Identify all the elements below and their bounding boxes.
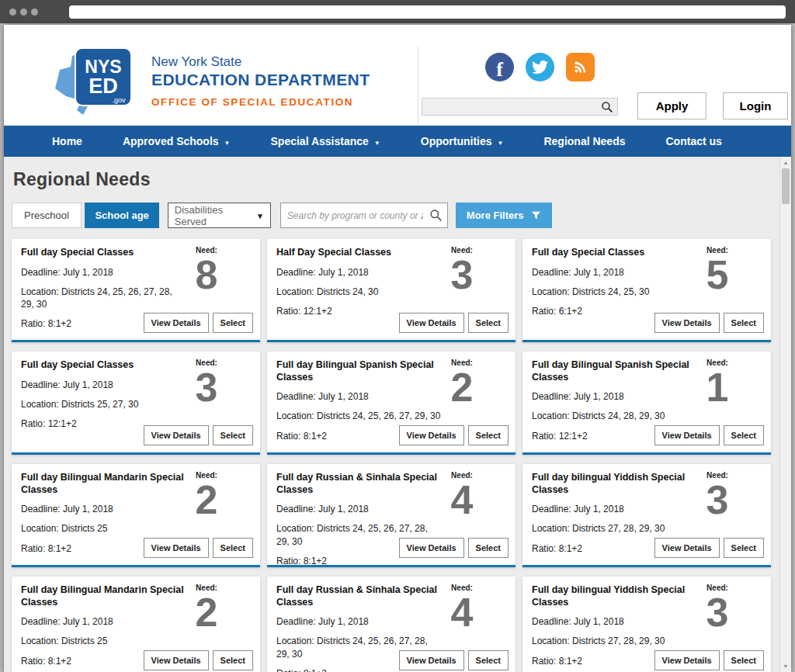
login-button[interactable]: Login (723, 92, 788, 120)
more-filters-button[interactable]: More Filters (456, 203, 552, 228)
scroll-down-arrow-icon[interactable] (780, 661, 791, 671)
view-details-button[interactable]: View Details (399, 650, 464, 670)
view-details-button[interactable]: View Details (144, 650, 209, 670)
select-button[interactable]: Select (468, 425, 509, 445)
view-details-button[interactable]: View Details (654, 538, 720, 558)
search-icon[interactable] (429, 209, 443, 222)
need-count: 3 (181, 369, 232, 407)
card-deadline: Deadline: July 1, 2018 (532, 266, 696, 279)
select-button[interactable]: Select (724, 538, 764, 558)
select-button[interactable]: Select (213, 538, 253, 558)
select-button[interactable]: Select (213, 313, 253, 333)
header-search (422, 98, 618, 116)
card-location: Location: Districts 24, 25, 26, 27, 29, … (276, 410, 441, 422)
browser-address-bar[interactable] (69, 5, 786, 19)
brand-line-1: New York State (151, 54, 370, 70)
window-control-dot[interactable] (20, 9, 27, 16)
program-search-input[interactable] (281, 210, 429, 221)
view-details-button[interactable]: View Details (144, 425, 209, 445)
card-deadline: Deadline: July 1, 2018 (21, 379, 186, 391)
need-block: Need: 3 (692, 471, 743, 519)
card-location: Location: Districts 24, 25, 30 (532, 286, 696, 298)
need-count: 1 (692, 369, 743, 407)
site-header: NYS ED .gov New York State EDUCATION DEP… (4, 25, 791, 126)
nav-item[interactable]: Contact us (646, 126, 742, 157)
chevron-down-icon (256, 210, 264, 221)
program-search (280, 203, 448, 228)
nav-item[interactable]: Home (32, 126, 102, 157)
apply-button[interactable]: Apply (637, 92, 706, 120)
need-count: 5 (692, 256, 743, 294)
need-card: Full day bilingual Yiddish Special Class… (522, 577, 771, 672)
view-details-button[interactable]: View Details (399, 425, 464, 445)
view-details-button[interactable]: View Details (654, 313, 720, 333)
nav-item-label: Opportunities (421, 135, 492, 147)
nysed-logo[interactable]: NYS ED .gov (47, 43, 148, 126)
nav-item-label: Approved Schools (123, 135, 219, 147)
scrollbar[interactable] (779, 157, 791, 672)
chevron-down-icon (374, 135, 380, 147)
scrollbar-thumb[interactable] (782, 168, 790, 204)
scroll-up-arrow-icon[interactable] (780, 158, 791, 168)
view-details-button[interactable]: View Details (654, 650, 720, 670)
age-toggle-button[interactable]: Preschool (12, 203, 82, 228)
need-block: Need: 2 (181, 471, 232, 519)
window-control-dot[interactable] (9, 9, 16, 16)
card-actions: View Details Select (399, 538, 509, 558)
need-count: 3 (692, 594, 743, 632)
brand-line-3: OFFICE OF SPECIAL EDUCATION (151, 96, 370, 108)
age-toggle-button[interactable]: School age (85, 203, 158, 228)
header-search-input[interactable] (422, 102, 601, 113)
need-card: Full day Special Classes Need: 3 Deadlin… (12, 352, 260, 455)
window-control-dot[interactable] (31, 9, 38, 16)
need-block: Need: 3 (436, 246, 488, 294)
select-button[interactable]: Select (468, 538, 509, 558)
rss-icon[interactable] (566, 53, 595, 81)
select-button[interactable]: Select (468, 650, 509, 670)
facebook-icon[interactable]: f (485, 53, 514, 81)
select-button[interactable]: Select (724, 425, 764, 445)
card-deadline: Deadline: July 1, 2018 (276, 615, 441, 628)
need-count: 4 (436, 594, 488, 632)
need-block: Need: 3 (692, 584, 743, 632)
need-count: 4 (436, 481, 488, 519)
need-card: Full day Bilingual Spanish Special Class… (522, 352, 771, 455)
select-button[interactable]: Select (724, 313, 764, 333)
nav-item[interactable]: Regional Needs (523, 126, 645, 157)
card-location: Location: Districts 27, 28, 29, 30 (532, 522, 696, 535)
card-location: Location: Districts 27, 28, 29, 30 (532, 635, 696, 647)
needs-card-grid: Full day Special Classes Need: 8 Deadlin… (12, 239, 771, 672)
select-button[interactable]: Select (724, 650, 764, 670)
select-button[interactable]: Select (213, 425, 253, 445)
page: NYS ED .gov New York State EDUCATION DEP… (4, 25, 791, 672)
header-divider (418, 47, 418, 124)
need-card: Full day Special Classes Need: 5 Deadlin… (522, 239, 771, 342)
view-details-button[interactable]: View Details (399, 538, 464, 558)
view-details-button[interactable]: View Details (144, 538, 209, 558)
view-details-button[interactable]: View Details (399, 313, 464, 333)
search-icon[interactable] (601, 101, 613, 113)
card-actions: View Details Select (399, 425, 509, 445)
main-nav: Home Approved Schools Special Assistance… (4, 126, 791, 157)
nav-item[interactable]: Opportunities (401, 126, 524, 157)
card-deadline: Deadline: July 1, 2018 (532, 503, 696, 515)
card-actions: View Details Select (144, 650, 253, 670)
need-card: Full day Special Classes Need: 8 Deadlin… (12, 239, 260, 342)
disabilities-served-dropdown[interactable]: Disabilities Served (168, 203, 271, 228)
card-location: Location: Districts 24, 28, 29, 30 (532, 410, 696, 422)
card-actions: View Details Select (654, 425, 764, 445)
view-details-button[interactable]: View Details (144, 313, 209, 333)
twitter-icon[interactable] (526, 53, 554, 81)
select-button[interactable]: Select (468, 313, 509, 333)
browser-chrome (0, 0, 795, 23)
nav-item[interactable]: Special Assistance (251, 126, 401, 157)
view-details-button[interactable]: View Details (654, 425, 720, 445)
card-deadline: Deadline: July 1, 2018 (21, 615, 186, 628)
dropdown-label: Disabilities Served (175, 204, 256, 227)
brand-text: New York State EDUCATION DEPARTMENT OFFI… (151, 54, 370, 108)
nav-item[interactable]: Approved Schools (102, 126, 251, 157)
card-deadline: Deadline: July 1, 2018 (532, 615, 696, 628)
facebook-glyph: f (496, 58, 503, 81)
card-actions: View Details Select (399, 313, 509, 333)
select-button[interactable]: Select (213, 650, 253, 670)
